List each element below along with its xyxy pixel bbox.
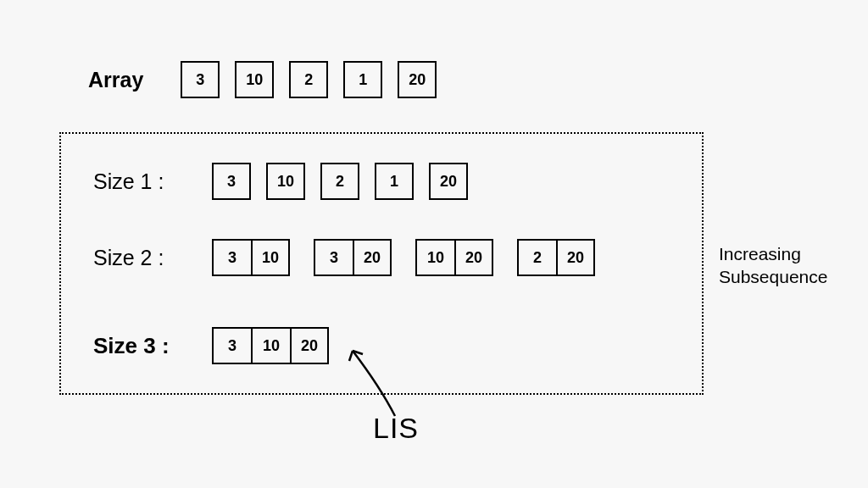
size1-cell: 20 xyxy=(429,163,468,200)
size1-cell: 3 xyxy=(212,163,251,200)
size1-cell: 2 xyxy=(320,163,359,200)
array-row: Array 3 10 2 1 20 xyxy=(88,61,437,98)
array-cell: 2 xyxy=(289,61,328,98)
pair-cell: 20 xyxy=(556,239,595,276)
size1-row: Size 1 : 3 10 2 1 20 xyxy=(93,163,468,200)
size2-pair: 3 10 xyxy=(212,239,290,276)
pair-cell: 10 xyxy=(415,239,454,276)
pair-cell: 20 xyxy=(353,239,392,276)
size2-label: Size 2 : xyxy=(93,246,186,270)
lis-label: LIS xyxy=(373,412,419,445)
side-label-line2: Subsequence xyxy=(719,265,827,288)
size3-row: Size 3 : 3 10 20 xyxy=(93,327,353,364)
triple-cell: 3 xyxy=(212,327,251,364)
pair-cell: 20 xyxy=(454,239,493,276)
pair-cell: 3 xyxy=(212,239,251,276)
array-cell: 3 xyxy=(181,61,220,98)
pair-cell: 3 xyxy=(314,239,353,276)
side-label-line1: Increasing xyxy=(719,242,827,265)
array-label: Array xyxy=(88,68,143,92)
array-cell: 10 xyxy=(235,61,274,98)
size2-row: Size 2 : 3 10 3 20 10 20 2 20 xyxy=(93,239,619,276)
size1-label: Size 1 : xyxy=(93,169,186,194)
size1-cell: 10 xyxy=(266,163,305,200)
triple-cell: 20 xyxy=(290,327,329,364)
size1-cell: 1 xyxy=(375,163,414,200)
size2-pair: 3 20 xyxy=(314,239,392,276)
size3-label: Size 3 : xyxy=(93,333,186,359)
triple-cell: 10 xyxy=(251,327,290,364)
array-cell: 1 xyxy=(343,61,382,98)
increasing-subsequence-label: Increasing Subsequence xyxy=(719,242,827,289)
array-cell: 20 xyxy=(398,61,437,98)
pair-cell: 10 xyxy=(251,239,290,276)
size2-pair: 10 20 xyxy=(415,239,493,276)
size3-triple: 3 10 20 xyxy=(212,327,329,364)
pair-cell: 2 xyxy=(517,239,556,276)
size2-pair: 2 20 xyxy=(517,239,595,276)
